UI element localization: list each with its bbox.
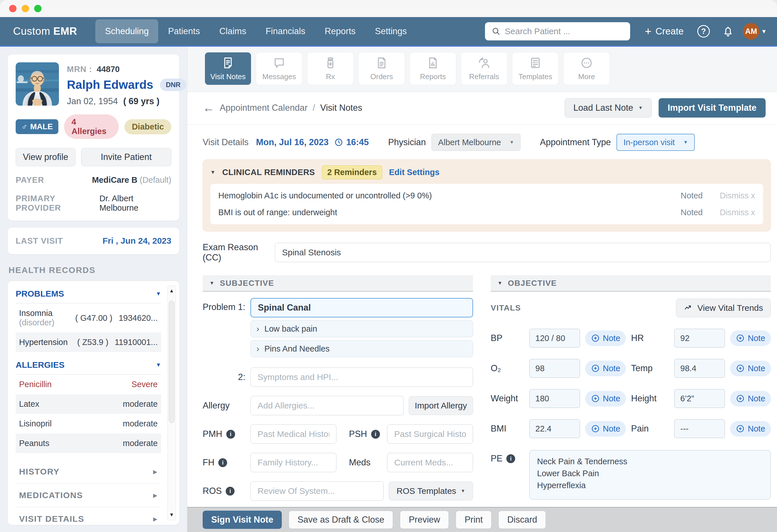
fh-input[interactable] xyxy=(250,453,336,472)
problems-section-header[interactable]: PROBLEMS ▼ xyxy=(16,289,161,303)
discard-button[interactable]: Discard xyxy=(498,511,546,529)
physician-value: Albert Melbourne xyxy=(438,138,501,147)
allergy-input[interactable] xyxy=(250,396,404,415)
sub-problem-item[interactable]: › Low back pain xyxy=(250,320,473,337)
vital-input-bmi[interactable] xyxy=(529,419,580,438)
last-visit-value[interactable]: Fri , Jun 24, 2023 xyxy=(102,236,171,246)
app-logo: Custom EMR xyxy=(13,25,77,37)
help-button[interactable]: ? xyxy=(696,24,711,39)
vital-input-o2[interactable] xyxy=(529,359,580,378)
notifications-button[interactable] xyxy=(720,24,736,39)
exam-reason-input[interactable] xyxy=(275,243,771,262)
tab-reports[interactable]: Reports xyxy=(410,52,456,85)
account-menu[interactable]: AM ▾ xyxy=(743,23,766,39)
save-draft-button[interactable]: Save as Draft & Close xyxy=(289,511,393,529)
maximize-window-button[interactable] xyxy=(34,5,41,12)
physician-select[interactable]: Albert Melbourne ▼ xyxy=(432,134,521,151)
vital-input-pain[interactable] xyxy=(674,419,725,438)
appointment-type-value: In-person visit xyxy=(623,138,675,147)
edit-settings-link[interactable]: Edit Settings xyxy=(389,168,439,177)
objective-section-header[interactable]: ▼ OBJECTIVE xyxy=(491,275,771,292)
appointment-type-select[interactable]: In-person visit ▼ xyxy=(617,134,694,151)
vital-input-height[interactable] xyxy=(674,389,725,408)
subjective-section-header[interactable]: ▼ SUBJECTIVE xyxy=(203,275,473,292)
tab-visit-notes[interactable]: Visit Notes xyxy=(205,52,251,85)
problem1-input[interactable] xyxy=(250,298,473,317)
vital-input-temp[interactable] xyxy=(674,359,725,378)
back-arrow-icon[interactable]: ← xyxy=(203,102,215,114)
add-note-button[interactable]: Note xyxy=(585,391,626,407)
nav-item-claims[interactable]: Claims xyxy=(210,19,256,43)
meds-input[interactable] xyxy=(387,453,473,472)
app-window: Custom EMR Scheduling Patients Claims Fi… xyxy=(0,0,777,532)
patient-name[interactable]: Ralph Edwards xyxy=(67,78,153,92)
add-note-button[interactable]: Note xyxy=(585,330,626,346)
noted-button[interactable]: Noted xyxy=(681,191,703,200)
tab-messages[interactable]: Messages xyxy=(256,52,302,85)
tab-templates[interactable]: Templates xyxy=(512,52,558,85)
problem2-input[interactable] xyxy=(250,367,473,387)
vital-input-hr[interactable] xyxy=(674,329,725,347)
add-note-button[interactable]: Note xyxy=(730,361,771,376)
psh-input[interactable] xyxy=(387,424,473,444)
dismiss-button[interactable]: Dismiss x xyxy=(720,191,755,200)
tab-referrals[interactable]: Referrals xyxy=(461,52,507,85)
add-note-button[interactable]: Note xyxy=(585,421,626,437)
add-note-button[interactable]: Note xyxy=(730,330,771,346)
view-vital-trends-button[interactable]: View Vital Trends xyxy=(676,299,771,317)
ros-input[interactable] xyxy=(250,481,384,501)
nav-item-reports[interactable]: Reports xyxy=(315,19,365,43)
nav-item-settings[interactable]: Settings xyxy=(365,19,416,43)
allergies-badge[interactable]: 4 Allergies xyxy=(64,114,119,139)
vital-input-weight[interactable] xyxy=(529,389,580,408)
fh-text: FH xyxy=(203,457,214,468)
tab-label: Reports xyxy=(420,72,446,81)
noted-button[interactable]: Noted xyxy=(681,208,703,217)
sidebar-section-history[interactable]: HISTORY ▶ xyxy=(16,460,161,484)
ros-text: ROS xyxy=(203,486,222,496)
visit-date[interactable]: Mon, Jul 16, 2023 xyxy=(256,137,328,147)
pmh-input[interactable] xyxy=(250,424,336,444)
breadcrumb-parent[interactable]: Appointment Calendar xyxy=(220,103,307,113)
preview-button[interactable]: Preview xyxy=(400,511,449,529)
visit-time[interactable]: 16:45 xyxy=(334,137,368,147)
circle-plus-icon xyxy=(736,394,745,403)
sidebar-section-medications[interactable]: MEDICATIONS ▶ xyxy=(16,484,161,507)
ros-label: ROS i xyxy=(203,486,245,496)
import-allergy-button[interactable]: Import Allergy xyxy=(409,396,473,415)
add-note-button[interactable]: Note xyxy=(585,361,626,376)
physical-exam-textarea[interactable]: Neck Pain & Tenderness Lower Back Pain H… xyxy=(529,450,771,500)
vital-input-bp[interactable] xyxy=(529,329,580,347)
nav-item-scheduling[interactable]: Scheduling xyxy=(95,19,158,43)
add-note-button[interactable]: Note xyxy=(730,421,771,437)
allergies-section-header[interactable]: ALLERGIES ▼ xyxy=(16,360,161,375)
close-window-button[interactable] xyxy=(9,5,16,12)
tab-rx[interactable]: Rx xyxy=(307,52,353,85)
meds-label: Meds xyxy=(342,457,382,468)
scrollbar-thumb[interactable] xyxy=(169,301,175,423)
import-visit-template-button[interactable]: Import Visit Template xyxy=(659,98,766,118)
tab-orders[interactable]: Orders xyxy=(359,52,405,85)
view-profile-button[interactable]: View profile xyxy=(16,148,76,166)
invite-patient-button[interactable]: Invite Patient xyxy=(81,148,171,166)
load-last-note-button[interactable]: Load Last Note ▼ xyxy=(565,98,652,118)
collapse-icon[interactable]: ▼ xyxy=(210,169,215,175)
ros-templates-button[interactable]: ROS Templates ▼ xyxy=(389,482,473,501)
records-scrollbar[interactable]: ▲ ▼ xyxy=(168,286,176,520)
search-input[interactable] xyxy=(505,26,624,36)
scroll-down-arrow[interactable]: ▼ xyxy=(168,512,176,518)
minimize-window-button[interactable] xyxy=(22,5,29,12)
create-button[interactable]: + Create xyxy=(645,26,684,37)
dismiss-button[interactable]: Dismiss x xyxy=(720,208,755,217)
sidebar-section-visit-details[interactable]: VISIT DETAILS ▶ xyxy=(16,507,161,525)
sign-visit-note-button[interactable]: Sign Visit Note xyxy=(203,511,282,529)
sub-problem-label: Low back pain xyxy=(264,324,317,334)
add-note-button[interactable]: Note xyxy=(730,391,771,407)
scroll-up-arrow[interactable]: ▲ xyxy=(168,288,176,294)
problem1-label: Problem 1: xyxy=(203,302,245,312)
tab-more[interactable]: More xyxy=(564,52,609,85)
nav-item-financials[interactable]: Financials xyxy=(256,19,315,43)
nav-item-patients[interactable]: Patients xyxy=(158,19,210,43)
print-button[interactable]: Print xyxy=(456,511,491,529)
sub-problem-item[interactable]: › Pins And Needles xyxy=(250,340,473,357)
